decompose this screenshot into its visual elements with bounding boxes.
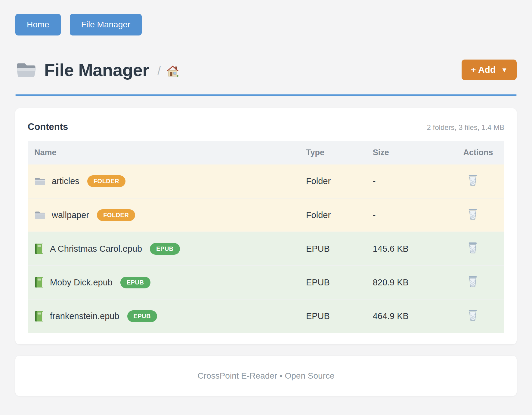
folder-badge: FOLDER	[87, 175, 125, 187]
contents-card-header: Contents 2 folders, 3 files, 1.4 MB	[28, 121, 504, 132]
size-cell: 145.6 KB	[366, 232, 457, 266]
trash-icon	[468, 275, 478, 287]
header-divider	[15, 94, 517, 96]
folder-icon	[34, 177, 46, 186]
size-cell: 820.9 KB	[366, 266, 457, 299]
trash-icon	[468, 309, 478, 321]
trash-icon	[468, 242, 478, 254]
epub-badge: EPUB	[150, 243, 180, 255]
breadcrumb-separator: /	[158, 64, 161, 77]
add-button-label: + Add	[471, 65, 496, 75]
type-cell: EPUB	[299, 232, 366, 266]
table-header-row: Name Type Size Actions	[28, 141, 504, 164]
home-breadcrumb-icon[interactable]	[166, 64, 179, 78]
top-nav: Home File Manager	[15, 14, 517, 35]
file-name[interactable]: Moby Dick.epub	[50, 278, 113, 287]
delete-button[interactable]	[463, 174, 478, 186]
type-cell: Folder	[299, 164, 366, 198]
page: Home File Manager File Manager / + Add ▼…	[0, 0, 532, 396]
contents-card: Contents 2 folders, 3 files, 1.4 MB Name…	[15, 108, 517, 344]
folder-open-icon	[15, 61, 37, 79]
book-icon	[34, 243, 44, 254]
page-title: File Manager	[44, 60, 149, 80]
type-cell: Folder	[299, 198, 366, 232]
add-button[interactable]: + Add ▼	[462, 60, 517, 80]
contents-heading: Contents	[28, 121, 68, 132]
table-row: Moby Dick.epub EPUB EPUB 820.9 KB	[28, 266, 504, 299]
epub-badge: EPUB	[120, 277, 150, 288]
size-cell: 464.9 KB	[366, 299, 457, 333]
delete-button[interactable]	[463, 208, 478, 220]
table-row: A Christmas Carol.epub EPUB EPUB 145.6 K…	[28, 232, 504, 266]
contents-summary: 2 folders, 3 files, 1.4 MB	[427, 123, 504, 132]
column-header-size: Size	[366, 141, 457, 164]
folder-name[interactable]: wallpaper	[52, 210, 89, 220]
size-cell: -	[366, 198, 457, 232]
folder-icon	[34, 210, 46, 220]
column-header-actions: Actions	[457, 141, 504, 164]
delete-button[interactable]	[463, 275, 478, 287]
book-icon	[34, 277, 44, 288]
folder-name[interactable]: articles	[52, 176, 79, 186]
book-icon	[34, 311, 44, 322]
column-header-type: Type	[299, 141, 366, 164]
file-name[interactable]: A Christmas Carol.epub	[50, 244, 142, 254]
home-button[interactable]: Home	[15, 14, 61, 35]
footer-text: CrossPoint E-Reader • Open Source	[198, 371, 335, 381]
table-row: articles FOLDER Folder -	[28, 164, 504, 198]
file-name[interactable]: frankenstein.epub	[50, 311, 119, 321]
trash-icon	[468, 208, 478, 220]
delete-button[interactable]	[463, 309, 478, 321]
column-header-name: Name	[28, 141, 299, 164]
table-row: frankenstein.epub EPUB EPUB 464.9 KB	[28, 299, 504, 333]
file-manager-button[interactable]: File Manager	[70, 14, 142, 35]
folder-badge: FOLDER	[97, 209, 135, 221]
type-cell: EPUB	[299, 299, 366, 333]
file-table: Name Type Size Actions articles FOLDER	[28, 141, 504, 333]
page-header: File Manager / + Add ▼	[15, 60, 517, 80]
delete-button[interactable]	[463, 242, 478, 254]
epub-badge: EPUB	[127, 310, 157, 322]
type-cell: EPUB	[299, 266, 366, 299]
table-row: wallpaper FOLDER Folder -	[28, 198, 504, 232]
title-group: File Manager /	[15, 60, 462, 80]
size-cell: -	[366, 164, 457, 198]
chevron-down-icon: ▼	[501, 66, 508, 73]
footer: CrossPoint E-Reader • Open Source	[15, 356, 517, 396]
trash-icon	[468, 174, 478, 186]
